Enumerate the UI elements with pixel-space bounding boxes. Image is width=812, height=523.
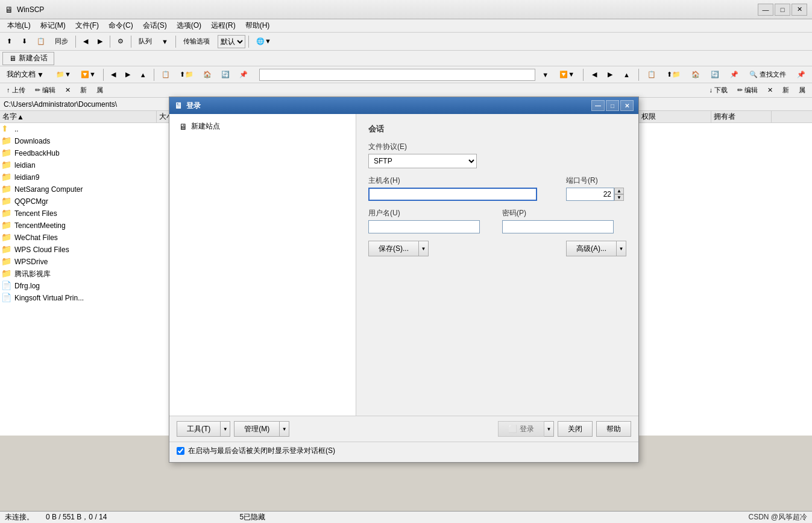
transfer-mode-select[interactable]: 默认	[218, 35, 245, 48]
menu-session[interactable]: 会话(S)	[138, 19, 172, 32]
menu-remote[interactable]: 远程(R)	[206, 19, 241, 32]
manage-dropdown-btn[interactable]: ▼	[280, 421, 289, 437]
home-btn[interactable]: 🏠	[199, 68, 216, 82]
remote-col-owner[interactable]: 拥有者	[711, 111, 772, 122]
remote-home[interactable]: 🏠	[687, 68, 704, 82]
port-field: 端口号(R) 22 ▲ ▼	[566, 176, 626, 201]
remote-extra[interactable]: 📌	[793, 68, 810, 82]
remote-list[interactable]: 📋	[643, 68, 660, 82]
username-input[interactable]	[368, 220, 480, 233]
remote-up[interactable]: ▲	[619, 68, 634, 82]
forward-btn[interactable]: ▶	[121, 68, 134, 82]
remote-refresh[interactable]: 🔄	[707, 68, 723, 82]
remote-browse-btn[interactable]: ▼	[538, 68, 553, 82]
menu-options[interactable]: 选项(O)	[172, 19, 206, 32]
delete-btn-action[interactable]: ✕	[61, 84, 75, 97]
menu-mark[interactable]: 标记(M)	[36, 19, 71, 32]
minimize-button[interactable]: —	[758, 4, 773, 16]
download-btn[interactable]: ⬇	[17, 34, 31, 49]
remote-edit-btn[interactable]: ✏ 编辑	[733, 84, 762, 97]
local-address-bar: 我的文档 ▼ 📁▼ 🔽▼ ◀ ▶ ▲ 📋 ⬆📁 🏠 🔄 📌 ▼ 🔽▼ ◀ ▶ ▲…	[0, 66, 812, 83]
file-icon: 📄	[1, 281, 12, 291]
remote-parent[interactable]: ⬆📁	[663, 68, 685, 82]
manage-button[interactable]: 管理(M)	[234, 421, 280, 437]
show-on-startup-label[interactable]: 在启动与最后会话被关闭时显示登录对话框(S)	[177, 446, 631, 456]
globe-btn[interactable]: 🌐▼	[252, 34, 275, 49]
close-button[interactable]: ✕	[792, 4, 807, 16]
dialog-maximize-btn[interactable]: □	[606, 100, 619, 111]
advanced-dropdown-btn[interactable]: ▼	[617, 241, 626, 256]
port-input[interactable]: 22	[566, 188, 614, 201]
dialog-close-btn[interactable]: ✕	[620, 100, 634, 111]
remote-new-btn[interactable]: 新	[778, 84, 793, 97]
queue-arrow[interactable]: ▼	[157, 34, 172, 49]
upload-btn[interactable]: ⬆	[2, 34, 16, 49]
menu-command[interactable]: 命令(C)	[104, 19, 138, 32]
help-button[interactable]: 帮助	[596, 421, 631, 437]
username-field: 用户名(U)	[368, 208, 493, 233]
login-button[interactable]: ⬜ 登录	[498, 421, 544, 437]
host-field: 主机名(H)	[368, 176, 556, 201]
save-dropdown-btn[interactable]: ▼	[419, 241, 429, 256]
edit-btn[interactable]: ✏ 编辑	[31, 84, 60, 97]
list-btn[interactable]: 📋	[157, 68, 174, 82]
bookmarks-btn[interactable]: 📌	[235, 68, 252, 82]
upload-action-btn[interactable]: ↑ 上传	[2, 84, 30, 97]
folder-icon: ⬆	[1, 124, 12, 135]
remote-col-perms[interactable]: 权限	[639, 111, 711, 122]
remote-properties-btn[interactable]: 属	[795, 84, 810, 97]
main-toolbar: ⬆ ⬇ 📋 同步 ◀ ▶ ⚙ 队列 ▼ 传输选项 默认 🌐▼	[0, 33, 812, 51]
transfer-options-btn[interactable]: 传输选项	[179, 34, 214, 49]
my-docs-dropdown[interactable]: 我的文档 ▼	[2, 68, 51, 82]
new-btn[interactable]: 新	[76, 84, 91, 97]
find-files-btn[interactable]: 🔍 查找文件	[745, 68, 790, 82]
port-up-btn[interactable]: ▲	[614, 188, 624, 194]
dialog-controls: — □ ✕	[591, 100, 634, 111]
back-btn[interactable]: ◀	[107, 68, 120, 82]
close-dialog-button[interactable]: 关闭	[558, 421, 593, 437]
save-button[interactable]: 保存(S)...	[368, 241, 419, 256]
tools-button[interactable]: 工具(T)	[177, 421, 221, 437]
new-site-item[interactable]: 🖥 新建站点	[174, 119, 351, 134]
queue-btn[interactable]: 队列	[134, 34, 156, 49]
tool-manage-btns: 工具(T) ▼ 管理(M) ▼	[177, 421, 289, 437]
menu-file[interactable]: 文件(F)	[71, 19, 104, 32]
copy-btn[interactable]: 📋	[33, 34, 49, 49]
up-btn[interactable]: ▲	[136, 68, 151, 82]
host-input[interactable]	[368, 188, 537, 201]
show-on-startup-checkbox[interactable]	[177, 447, 184, 455]
advanced-button[interactable]: 高级(A)...	[566, 241, 617, 256]
port-down-btn[interactable]: ▼	[614, 194, 624, 201]
properties-btn[interactable]: 属	[92, 84, 107, 97]
remote-filter-btn[interactable]: 🔽▼	[555, 68, 579, 82]
local-path-text: C:\Users\Administrator\Documents\	[4, 100, 117, 109]
remote-forward[interactable]: ▶	[603, 68, 617, 82]
maximize-button[interactable]: □	[775, 4, 790, 16]
menu-help[interactable]: 帮助(H)	[241, 19, 275, 32]
nav-btn1[interactable]: ◀	[79, 34, 92, 49]
settings-btn[interactable]: ⚙	[113, 34, 128, 49]
sync-btn[interactable]: 同步	[51, 34, 72, 49]
protocol-select[interactable]: SFTP FTP SCP WebDAV S3	[368, 154, 477, 168]
download-action-btn[interactable]: ↓ 下载	[705, 84, 732, 97]
filter-btn[interactable]: 🔽▼	[77, 68, 100, 82]
menu-local[interactable]: 本地(L)	[2, 19, 36, 32]
title-controls: — □ ✕	[758, 4, 807, 16]
remote-path-input[interactable]	[259, 69, 536, 81]
password-input[interactable]	[502, 220, 614, 233]
folder-icon: 📁	[1, 256, 12, 267]
new-session-label: 新建会话	[19, 53, 48, 63]
new-session-button[interactable]: 🖥 新建会话	[2, 52, 54, 65]
remote-bookmarks[interactable]: 📌	[726, 68, 743, 82]
login-dropdown-btn[interactable]: ▼	[544, 421, 554, 437]
dialog-minimize-btn[interactable]: —	[591, 100, 605, 111]
col-header-name[interactable]: 名字 ▲	[0, 111, 157, 122]
session-form: 会话 文件协议(E) SFTP FTP SCP WebDAV S3 主机	[356, 114, 638, 416]
tools-dropdown-btn[interactable]: ▼	[221, 421, 230, 437]
refresh-btn[interactable]: 🔄	[217, 68, 234, 82]
remote-delete-btn[interactable]: ✕	[763, 84, 777, 97]
remote-back[interactable]: ◀	[588, 68, 601, 82]
nav-btn2[interactable]: ▶	[93, 34, 107, 49]
parent-btn[interactable]: ⬆📁	[175, 68, 198, 82]
folder-btn[interactable]: 📁▼	[52, 68, 75, 82]
